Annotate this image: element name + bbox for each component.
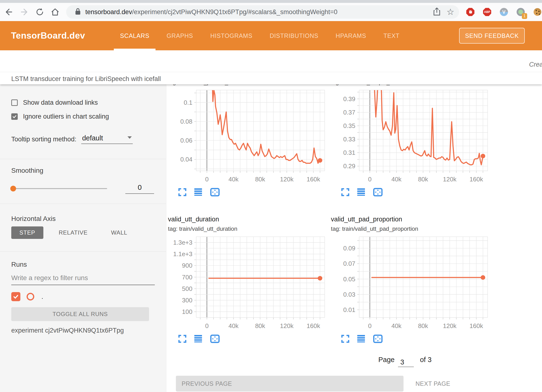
chart-card-valid-utt-duration: valid_utt_duration tag: train/valid_utt_… (168, 215, 326, 344)
extension-badge: 1 (522, 13, 527, 19)
data-table-icon[interactable] (194, 188, 203, 196)
app-header: TensorBoard.dev SCALARS GRAPHS HISTOGRAM… (0, 21, 542, 50)
bookmark-star-icon[interactable]: ☆ (447, 8, 454, 16)
svg-text:0.31: 0.31 (343, 149, 355, 156)
page-number-input[interactable]: 3 (398, 358, 414, 367)
run-color-swatch[interactable] (27, 293, 34, 300)
run-list-item[interactable]: . (11, 291, 155, 302)
show-download-links-checkbox[interactable] (11, 99, 18, 106)
expand-chart-icon[interactable] (341, 188, 350, 196)
pan-zoom-icon[interactable] (210, 188, 220, 196)
svg-text:500: 500 (182, 285, 192, 292)
cookie-extension-icon[interactable] (533, 8, 542, 16)
created-text: Crea (529, 61, 542, 68)
send-feedback-button[interactable]: SEND FEEDBACK (459, 28, 525, 44)
ignore-outliers-checkbox[interactable] (11, 113, 18, 120)
vimium-extension-icon[interactable]: V (500, 8, 508, 16)
browser-reload-button[interactable] (35, 7, 45, 17)
chart-card-valid-utt-pad-proportion: valid_utt_pad_proportion tag: train/vali… (331, 215, 489, 344)
show-download-links-row[interactable]: Show data download links (11, 98, 155, 107)
tab-histograms[interactable]: HISTOGRAMS (202, 21, 261, 50)
svg-text:700: 700 (182, 274, 192, 281)
abp-extension-icon[interactable]: ABP (483, 8, 491, 16)
line-chart-valid-pruned-loss[interactable]: 0.040.060.080.1040k80k120k160k (168, 88, 326, 184)
line-chart-valid-simple-loss[interactable]: 0.290.310.330.350.370.39040k80k120k160k (331, 88, 489, 184)
tab-text[interactable]: TEXT (375, 21, 408, 50)
data-table-icon[interactable] (357, 188, 366, 196)
app-logo: TensorBoard.dev (11, 31, 85, 41)
svg-text:40k: 40k (392, 322, 402, 329)
svg-text:300: 300 (182, 297, 192, 304)
svg-text:0.29: 0.29 (343, 162, 355, 170)
browser-window-top-strip (0, 0, 542, 3)
pagination: Page 3 of 3 (378, 354, 542, 365)
svg-text:0.01: 0.01 (343, 306, 355, 313)
svg-text:0.08: 0.08 (180, 118, 192, 125)
sidebar-divider (0, 251, 166, 252)
run-name: . (41, 293, 43, 300)
ignore-outliers-label: Ignore outliers in chart scaling (23, 113, 109, 120)
svg-text:80k: 80k (255, 176, 265, 183)
svg-text:0.39: 0.39 (343, 95, 355, 103)
sidebar-divider (0, 159, 166, 159)
lock-icon[interactable] (75, 8, 81, 16)
line-chart-valid-utt-pad-proportion[interactable]: 0.010.030.050.070.09040k80k120k160k (331, 235, 489, 331)
browser-back-button[interactable] (4, 7, 13, 17)
toggle-all-runs-button[interactable]: TOGGLE ALL RUNS (11, 307, 149, 321)
chevron-down-icon (127, 136, 132, 139)
previous-page-button[interactable]: PREVIOUS PAGE (176, 376, 404, 392)
expand-chart-icon[interactable] (178, 334, 187, 343)
show-download-links-label: Show data download links (23, 99, 98, 106)
tab-hparams[interactable]: HPARAMS (327, 21, 375, 50)
axis-relative-button[interactable]: RELATIVE (51, 226, 96, 239)
svg-text:40k: 40k (229, 322, 239, 329)
horizontal-axis-label: Horizontal Axis (11, 215, 155, 223)
tab-distributions[interactable]: DISTRIBUTIONS (261, 21, 327, 50)
charts-main-area: valid_pruned_loss tag: train/valid_prune… (167, 84, 542, 392)
tab-scalars[interactable]: SCALARS (111, 21, 158, 50)
next-page-button[interactable]: NEXT PAGE (412, 376, 454, 392)
privacy-extension-icon[interactable]: 1 (517, 8, 525, 16)
share-icon[interactable] (433, 7, 440, 17)
pan-zoom-icon[interactable] (373, 188, 383, 196)
url-bar[interactable]: tensorboard.dev/experiment/cj2vtPiwQHKN9… (66, 5, 459, 19)
page-label: Page (378, 356, 395, 365)
axis-wall-button[interactable]: WALL (103, 226, 136, 239)
smoothing-slider-thumb[interactable] (10, 186, 16, 191)
svg-text:160k: 160k (470, 322, 483, 329)
check-icon (13, 294, 19, 300)
chart-tag: tag: train/valid_utt_duration (168, 225, 326, 232)
smoothing-label: Smoothing (11, 167, 155, 174)
info-divider (0, 72, 542, 72)
axis-step-button[interactable]: STEP (11, 226, 43, 239)
browser-home-button[interactable] (50, 7, 60, 17)
tooltip-sorting-dropdown[interactable]: default (81, 134, 133, 144)
svg-text:0.06: 0.06 (180, 137, 192, 144)
smoothing-slider[interactable] (11, 188, 107, 189)
tab-graphs[interactable]: GRAPHS (158, 21, 202, 50)
runs-label: Runs (11, 261, 155, 268)
tooltip-sorting-label: Tooltip sorting method: (11, 136, 76, 144)
svg-text:0.07: 0.07 (343, 260, 355, 267)
svg-text:1.1e+3: 1.1e+3 (173, 250, 192, 258)
svg-text:0.37: 0.37 (343, 109, 355, 116)
run-checkbox[interactable] (11, 292, 20, 301)
data-table-icon[interactable] (357, 334, 366, 343)
expand-chart-icon[interactable] (178, 188, 187, 196)
runs-filter-input[interactable] (11, 273, 155, 285)
line-chart-valid-utt-duration[interactable]: 1003005007009001.1e+31.3e+3040k80k120k16… (168, 235, 326, 331)
data-table-icon[interactable] (194, 334, 203, 343)
browser-forward-button[interactable] (20, 7, 29, 17)
pan-zoom-icon[interactable] (210, 334, 220, 343)
smoothing-value-input[interactable]: 0 (125, 183, 154, 194)
svg-text:1.3e+3: 1.3e+3 (173, 239, 192, 246)
chart-tag: tag: train/valid_pruned_loss (168, 84, 326, 86)
pan-zoom-icon[interactable] (373, 334, 383, 343)
svg-text:40k: 40k (392, 176, 402, 183)
chart-endpoint-dot (481, 275, 485, 280)
chart-tag: tag: train/valid_utt_pad_proportion (331, 225, 489, 232)
expand-chart-icon[interactable] (341, 334, 350, 343)
stop-hand-extension-icon[interactable] (466, 8, 474, 16)
svg-text:120k: 120k (280, 322, 294, 329)
ignore-outliers-row[interactable]: Ignore outliers in chart scaling (11, 112, 155, 121)
